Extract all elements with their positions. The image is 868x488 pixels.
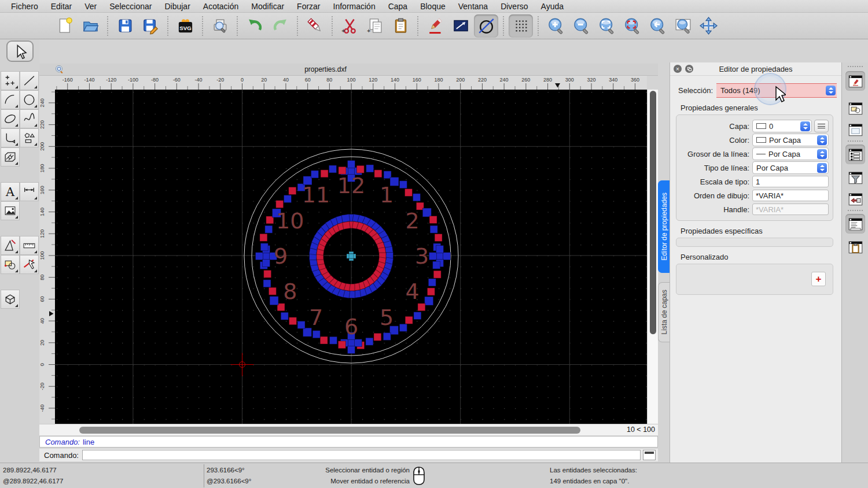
menu-capa[interactable]: Capa [382,2,414,11]
zoom-in-button[interactable] [543,14,568,38]
svg-text:-60: -60 [173,77,181,83]
drawing-canvas[interactable]: 121234567891011 [55,90,647,424]
property-combo[interactable]: Por Capa [752,134,829,146]
grid-toggle-button[interactable] [509,14,533,38]
polygon-tool-button[interactable] [20,128,39,147]
eraser-button[interactable] [303,14,327,38]
undo-button[interactable] [242,14,267,38]
zoom-window-button[interactable] [671,14,695,38]
zoom-select-button[interactable] [620,14,644,38]
svg-export-button[interactable]: SVG [173,14,197,38]
tab-layer-list[interactable]: Lista de capas [658,282,670,342]
cut-button[interactable]: + [337,14,362,38]
menu-seleccionar[interactable]: Seleccionar [103,2,158,11]
combo-stepper-icon[interactable] [826,86,836,95]
measure-tool-button[interactable] [1,236,20,255]
block-view-window-button[interactable] [845,189,865,209]
menu-información[interactable]: Información [327,2,382,11]
combo-stepper-icon[interactable] [800,121,810,131]
close-icon[interactable]: × [674,65,682,73]
dimension-tool-button[interactable] [20,182,39,201]
circle-tool-button[interactable] [20,90,39,109]
zoom-prev-button[interactable] [645,14,670,38]
layer-filter-window-button[interactable] [845,168,865,187]
library-browser-window-button[interactable] [845,120,865,139]
draw-pencil-icon [426,17,444,35]
line-tool-button[interactable] [20,71,39,90]
vertical-scrollbar[interactable] [647,90,658,424]
modify-tool-button[interactable] [1,255,20,274]
clipboard-window-button[interactable] [845,237,865,257]
circle-slash-button[interactable] [474,14,498,38]
menu-ventana[interactable]: Ventana [452,2,494,11]
block-list-window-button[interactable] [845,98,865,118]
combo-stepper-icon[interactable] [817,149,827,159]
svg-text:100: 100 [39,251,45,260]
paste-button[interactable] [388,14,413,38]
add-custom-property-button[interactable]: + [811,272,826,286]
menu-ver[interactable]: Ver [78,2,103,11]
spline-tool-button[interactable] [20,109,39,128]
save-file-button[interactable] [113,14,137,38]
horizontal-scrollbar[interactable]: 10 < 100 [39,424,658,435]
menu-acotación[interactable]: Acotación [197,2,245,11]
command-row: Comando: [39,449,658,461]
arc-tool-button[interactable] [1,90,20,109]
vertical-scrollbar-thumb[interactable] [650,91,656,334]
property-label: Handle: [681,205,752,214]
tab-property-editor[interactable]: Editor de propiedades [658,180,670,273]
svg-text:8: 8 [283,279,297,304]
svg-text:60: 60 [39,296,45,302]
menu-fichero[interactable]: Fichero [5,2,45,11]
property-input[interactable]: *VARIA* [752,190,829,201]
save-as-button[interactable] [138,14,163,38]
menu-modificar[interactable]: Modificar [245,2,290,11]
toolbar-separator [538,16,539,36]
open-file-button[interactable] [78,14,102,38]
text-tool-button[interactable]: A [1,182,20,201]
command-input[interactable] [82,450,641,460]
point-tool-button[interactable] [1,71,20,90]
line-select-button[interactable] [448,14,473,38]
layer-list-window-button[interactable] [845,145,865,164]
line-select-icon [452,17,470,35]
command-window-button[interactable] [845,214,865,234]
polyline-tool-button[interactable] [1,128,20,147]
property-combo[interactable]: 0 [752,120,812,132]
zoom-pan-button[interactable] [696,14,720,38]
toolbar-separator [107,16,108,36]
property-combo[interactable]: Por Capa [752,161,829,174]
draw-pencil-button[interactable] [423,14,447,38]
menu-dibujar[interactable]: Dibujar [158,2,196,11]
property-combo[interactable]: Por Capa [752,147,829,160]
hatch-tool-button[interactable] [1,147,20,167]
property-input[interactable]: 1 [752,176,829,187]
cut-icon: + [341,17,359,35]
svg-text:160: 160 [39,186,45,194]
select-tool-button[interactable] [6,40,34,62]
new-file-icon [56,17,74,35]
box3d-tool-button[interactable] [1,290,20,309]
property-editor-window-button[interactable] [845,71,865,91]
delete-tool-button[interactable] [20,255,39,274]
menu-forzar[interactable]: Forzar [290,2,326,11]
redo-button[interactable] [268,14,292,38]
ellipse-tool-button[interactable] [1,109,20,128]
command-window-toggle-icon[interactable] [643,450,656,460]
horizontal-scrollbar-thumb[interactable] [79,427,580,434]
new-file-button[interactable] [53,14,77,38]
copy-button[interactable]: + [363,14,387,38]
layer-menu-button[interactable] [814,120,829,132]
menu-ayuda[interactable]: Ayuda [535,2,570,11]
undock-icon[interactable] [685,65,693,73]
zoom-auto-button[interactable] [594,14,619,38]
combo-stepper-icon[interactable] [817,135,827,145]
menu-editar[interactable]: Editar [45,2,79,11]
menu-bloque[interactable]: Bloque [414,2,452,11]
combo-stepper-icon[interactable] [817,163,827,173]
zoom-out-button[interactable] [569,14,593,38]
ruler-tool-button[interactable] [20,236,39,255]
print-preview-button[interactable] [208,14,232,38]
menu-diverso[interactable]: Diverso [494,2,534,11]
image-tool-button[interactable] [1,201,20,220]
